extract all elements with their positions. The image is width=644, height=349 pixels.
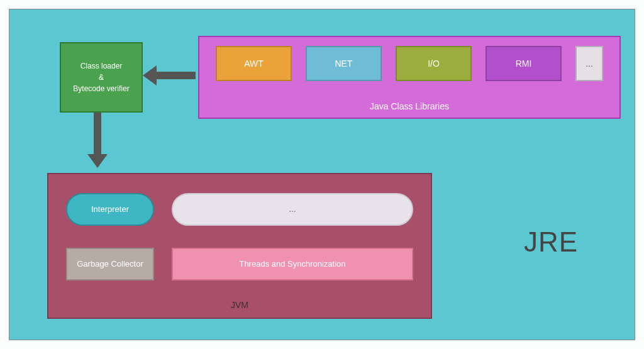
jvm-box: Interpreter ... Garbage Collector Thread… bbox=[47, 173, 432, 319]
jvm-title: JVM bbox=[231, 300, 248, 310]
jcl-item-net: NET bbox=[306, 46, 382, 81]
class-loader-line3: Bytecode verifier bbox=[73, 83, 129, 94]
jre-label: JRE bbox=[524, 226, 578, 258]
interpreter-pill: Interpreter bbox=[66, 193, 154, 226]
jvm-row-2: Garbage Collector Threads and Synchroniz… bbox=[66, 248, 413, 280]
class-loader-text: Class loader & Bytecode verifier bbox=[73, 60, 129, 94]
jvm-more-pill: ... bbox=[172, 193, 413, 226]
threads-sync-box: Threads and Synchronization bbox=[172, 248, 413, 280]
java-class-libraries-box: AWTNETI/ORMI... Java Class Libraries bbox=[198, 36, 621, 119]
class-loader-line2: & bbox=[73, 72, 129, 83]
jcl-item-rmi: RMI bbox=[486, 46, 562, 81]
jcl-title: Java Class Libraries bbox=[370, 101, 449, 111]
jcl-item-more: ... bbox=[575, 46, 603, 81]
class-loader-line1: Class loader bbox=[73, 60, 129, 72]
jre-canvas: Class loader & Bytecode verifier AWTNETI… bbox=[9, 9, 635, 340]
jcl-items-row: AWTNETI/ORMI... bbox=[199, 46, 619, 81]
jcl-item-io: I/O bbox=[396, 46, 472, 81]
jcl-item-awt: AWT bbox=[216, 46, 292, 81]
class-loader-box: Class loader & Bytecode verifier bbox=[60, 42, 143, 113]
jvm-inner: Interpreter ... Garbage Collector Thread… bbox=[48, 174, 431, 294]
garbage-collector-box: Garbage Collector bbox=[66, 248, 154, 280]
jvm-row-1: Interpreter ... bbox=[66, 193, 413, 226]
